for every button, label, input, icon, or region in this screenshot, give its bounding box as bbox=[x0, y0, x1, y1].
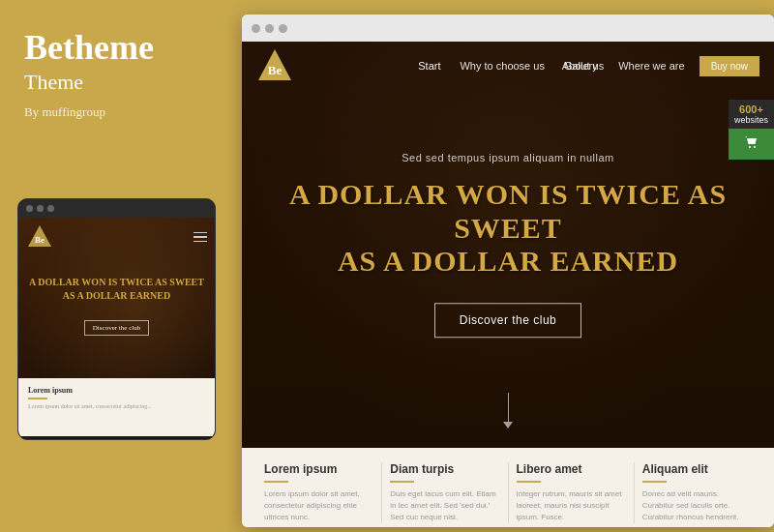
feature-text-2: Duis eget lacus cum elit. Etiam in lec a… bbox=[390, 488, 499, 523]
mobile-dot-1 bbox=[26, 205, 33, 212]
hero-content: Sed sed tempus ipsum aliquam in nullam A… bbox=[242, 152, 774, 338]
feature-col-3: Libero amet Integer rutrum, mauris sit a… bbox=[509, 462, 635, 523]
cart-icon bbox=[743, 134, 759, 150]
mobile-cta-area: Discover the club bbox=[18, 320, 215, 336]
app-subtitle: Theme bbox=[24, 70, 203, 95]
mobile-bottom-section: Lorem ipsum Lorem ipsum dolor sit amet, … bbox=[18, 378, 215, 436]
svg-text:Be: Be bbox=[268, 63, 283, 77]
nav-logo: Be bbox=[256, 47, 293, 84]
hero-title: A DOLLAR WON IS TWICE AS SWEET AS A DOLL… bbox=[242, 178, 774, 279]
hero-title-line1: A DOLLAR WON IS TWICE AS SWEET bbox=[289, 178, 727, 244]
feature-line-4 bbox=[642, 481, 667, 483]
browser-dot-yellow bbox=[265, 24, 274, 33]
nav-links-center: Start Why to choose us Gallery bbox=[418, 60, 598, 72]
feature-col-4: Aliquam elit Donec ad velit mauris. Cura… bbox=[635, 462, 759, 523]
author-label: By muffingroup bbox=[24, 104, 203, 120]
browser-dot-red bbox=[252, 24, 260, 33]
mobile-bottom-title: Lorem ipsum bbox=[28, 386, 205, 395]
feature-text-1: Lorem ipsum dolor sit amet, consectetur … bbox=[264, 488, 373, 523]
svg-point-4 bbox=[749, 146, 751, 148]
feature-title-4: Aliquam elit bbox=[642, 462, 752, 476]
mobile-dot-2 bbox=[37, 205, 44, 212]
scroll-arrow-head bbox=[503, 422, 513, 429]
feature-col-2: Diam turpis Duis eget lacus cum elit. Et… bbox=[382, 462, 508, 523]
nav-link-gallery[interactable]: Gallery bbox=[564, 60, 598, 72]
side-badge-label: websites bbox=[734, 115, 768, 125]
mobile-logo: Be bbox=[26, 223, 53, 251]
feature-title-3: Libero amet bbox=[517, 462, 626, 476]
feature-line-3 bbox=[517, 481, 541, 483]
mobile-bottom-line bbox=[28, 398, 47, 399]
feature-text-4: Donec ad velit mauris. Curabitur sed iac… bbox=[642, 488, 752, 523]
mobile-bottom-text: Lorem ipsum dolor sit amet, consectetur … bbox=[28, 402, 205, 410]
mobile-content: Be A DOLLAR WON IS TWICE AS SWEET AS A D… bbox=[18, 218, 215, 436]
mobile-hamburger-icon bbox=[194, 232, 207, 243]
nav-link-why[interactable]: Why to choose us bbox=[460, 60, 544, 72]
side-badge-count-area: 600+ websites bbox=[729, 100, 774, 129]
browser-dot-green bbox=[279, 24, 287, 33]
feature-text-3: Integer rutrum, mauris sit amet laoreet,… bbox=[517, 488, 626, 523]
feature-line-2 bbox=[390, 481, 414, 483]
feature-line-1 bbox=[264, 481, 288, 483]
browser-topbar bbox=[242, 15, 774, 42]
nav-link-where[interactable]: Where we are bbox=[618, 60, 684, 72]
sidebar: Betheme Theme By muffingroup Be bbox=[0, 0, 227, 532]
side-badge: 600+ websites bbox=[729, 100, 774, 160]
mobile-hero-text: A DOLLAR WON IS TWICE AS SWEET AS A DOLL… bbox=[18, 256, 215, 312]
scroll-arrow bbox=[503, 393, 513, 429]
scroll-arrow-line bbox=[508, 393, 509, 422]
feature-col-1: Lorem ipsum Lorem ipsum dolor sit amet, … bbox=[256, 462, 382, 523]
feature-title-1: Lorem ipsum bbox=[264, 462, 373, 476]
mobile-nav: Be bbox=[18, 218, 215, 256]
hero-cta-button[interactable]: Discover the club bbox=[434, 303, 582, 338]
navigation-bar: Be Start Why to choose us Gallery About … bbox=[242, 42, 774, 90]
feature-title-2: Diam turpis bbox=[390, 462, 499, 476]
features-section: Lorem ipsum Lorem ipsum dolor sit amet, … bbox=[242, 448, 774, 527]
mobile-dot-3 bbox=[47, 205, 54, 212]
mobile-cta-button[interactable]: Discover the club bbox=[84, 320, 149, 336]
browser-window: Be Start Why to choose us Gallery About … bbox=[242, 15, 774, 527]
mobile-dots-bar bbox=[18, 199, 215, 218]
app-title: Betheme bbox=[24, 29, 203, 68]
mobile-preview-card: Be A DOLLAR WON IS TWICE AS SWEET AS A D… bbox=[17, 198, 216, 440]
svg-text:Be: Be bbox=[35, 235, 45, 245]
hero-subtitle: Sed sed tempus ipsum aliquam in nullam bbox=[242, 152, 774, 163]
buy-now-button[interactable]: Buy now bbox=[700, 56, 759, 76]
svg-point-5 bbox=[754, 146, 756, 148]
hero-title-line2: AS A DOLLAR EARNED bbox=[338, 245, 678, 277]
hero-section: Be Start Why to choose us Gallery About … bbox=[242, 42, 774, 448]
side-badge-count: 600+ bbox=[734, 103, 768, 115]
nav-link-start[interactable]: Start bbox=[418, 60, 440, 72]
side-badge-icon-area[interactable] bbox=[729, 129, 774, 160]
